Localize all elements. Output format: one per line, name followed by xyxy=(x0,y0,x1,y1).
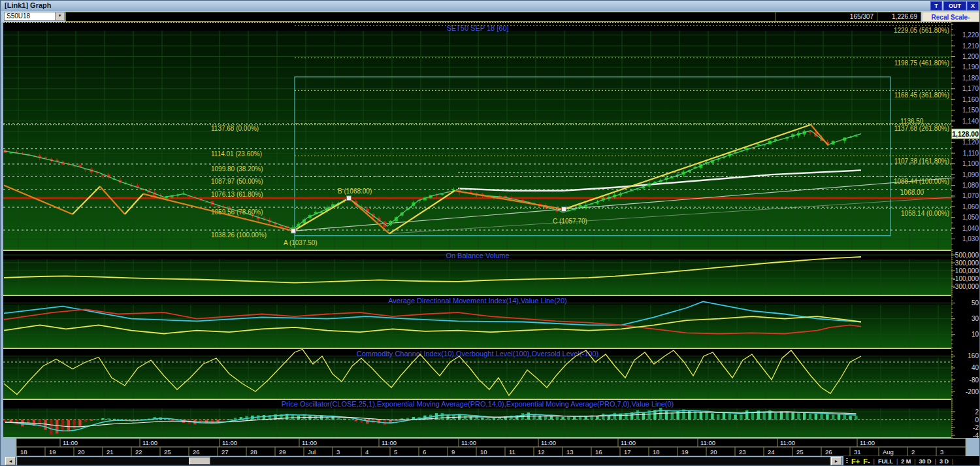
svg-text:Average Directional Movement I: Average Directional Movement Index(14),V… xyxy=(388,297,567,305)
svg-text:2: 2 xyxy=(975,408,979,416)
view-button-f+[interactable]: F+ xyxy=(851,458,860,465)
svg-text:1,100: 1,100 xyxy=(962,160,979,167)
bars-count: 165/307 xyxy=(775,12,877,21)
svg-text:160: 160 xyxy=(968,352,979,359)
swing-marker xyxy=(347,196,351,201)
graph-window: [Link1] Graph T OUT X S50U18 ▼ 165/307 1… xyxy=(0,0,980,466)
toolbar-strip: 165/307 1,226.69 xyxy=(65,12,921,22)
scrollbar-track[interactable] xyxy=(17,457,830,465)
svg-text:500,000: 500,000 xyxy=(955,252,979,259)
date-label: 5 xyxy=(394,448,397,456)
swing-label: B (1068.00) xyxy=(338,188,372,195)
swing-label: C (1057.70) xyxy=(553,218,587,225)
cci-panel[interactable]: Commodity Channel Index(10),Overbought L… xyxy=(3,349,979,399)
view-button-2m[interactable]: 2 M xyxy=(901,458,911,465)
time-label: 11:00 xyxy=(780,439,795,446)
date-label: 25 xyxy=(796,448,804,456)
date-axis-row: 18192021222526272829Jul34569101112131617… xyxy=(16,447,966,456)
view-button-30d[interactable]: 30 D xyxy=(919,458,932,465)
symbol-select[interactable]: S50U18 ▼ xyxy=(4,12,65,21)
svg-text:1,050: 1,050 xyxy=(962,214,979,221)
time-label: 11:00 xyxy=(621,439,636,446)
svg-text:30: 30 xyxy=(972,315,979,322)
toolbar: S50U18 ▼ 165/307 1,226.69 Recal Scale-Li… xyxy=(1,11,979,22)
obv-panel[interactable]: On Balance Volume500,000300,000100,000-1… xyxy=(3,251,979,295)
fib-retracement-label: 1076.13 (61.80%) xyxy=(211,191,263,198)
svg-text:1,150: 1,150 xyxy=(962,107,979,114)
date-label: 29 xyxy=(279,448,286,456)
date-label: 26 xyxy=(193,448,200,456)
date-label: 20 xyxy=(78,448,85,456)
date-label: 12 xyxy=(538,448,545,456)
time-label: 11:00 xyxy=(461,439,476,446)
svg-text:1,160: 1,160 xyxy=(962,96,979,103)
svg-text:1,030: 1,030 xyxy=(962,235,979,242)
date-label: 11 xyxy=(509,448,515,456)
close-button[interactable]: X xyxy=(967,1,979,10)
fib-retracement-label: 1137.68 (0.00%) xyxy=(211,125,259,132)
adx-panel[interactable]: Average Directional Movement Index(14),V… xyxy=(3,296,979,348)
date-label: 6 xyxy=(423,448,426,456)
date-label: 28 xyxy=(250,448,257,456)
scroll-right-button[interactable]: ► xyxy=(831,457,841,465)
svg-text:100,000: 100,000 xyxy=(955,267,979,275)
bottom-bar: ◄ ► F+F-|FULL|2 M|30 D|3 D| xyxy=(1,456,979,466)
svg-text:1,210: 1,210 xyxy=(962,42,979,50)
date-label: 18 xyxy=(653,448,660,456)
svg-text:1,190: 1,190 xyxy=(962,63,979,71)
time-label: 11:00 xyxy=(860,439,875,446)
fib-retracement-label: 1038.26 (100.00%) xyxy=(211,231,267,239)
fib-extension-label: 1058.14 (0.00%) xyxy=(901,210,949,217)
svg-text:1,110: 1,110 xyxy=(963,150,979,157)
scrollbar-thumb[interactable] xyxy=(189,458,210,465)
recal-scale-button[interactable]: Recal Scale-Linear xyxy=(922,12,979,22)
time-label: 11:00 xyxy=(63,439,78,446)
swing-label: A (1037.50) xyxy=(284,239,318,246)
date-label: 2 xyxy=(911,448,915,456)
titlebar[interactable]: [Link1] Graph T OUT X xyxy=(1,1,979,12)
separator: | xyxy=(914,458,915,465)
grip-icon xyxy=(846,458,848,464)
fib-extension-label: 1168.45 (361.80%) xyxy=(894,92,949,99)
svg-text:1,128.00: 1,128.00 xyxy=(952,130,979,138)
chevron-down-icon[interactable]: ▼ xyxy=(55,12,64,20)
view-button-3d[interactable]: 3 D xyxy=(939,458,949,465)
fib-extension-label: 1137.68 (261.80%) xyxy=(894,125,949,132)
svg-text:50: 50 xyxy=(972,299,979,307)
svg-text:1,220: 1,220 xyxy=(962,31,979,39)
date-label: Jul xyxy=(308,448,316,456)
time-label: 11:00 xyxy=(700,439,715,446)
svg-text:0: 0 xyxy=(975,416,979,424)
titlebar-button-t[interactable]: T xyxy=(930,1,942,10)
time-label: 11:00 xyxy=(142,439,157,446)
date-label: 19 xyxy=(681,448,689,456)
scroll-left-button[interactable]: ◄ xyxy=(5,457,16,465)
svg-text:1,200: 1,200 xyxy=(962,53,979,60)
date-label: 9 xyxy=(451,448,455,456)
date-label: 17 xyxy=(624,448,631,456)
view-button-f-[interactable]: F- xyxy=(863,458,870,465)
view-button-full[interactable]: FULL xyxy=(878,458,893,465)
date-label: 19 xyxy=(49,448,56,456)
svg-text:1,180: 1,180 xyxy=(962,75,979,82)
time-label: 11:00 xyxy=(541,439,556,446)
date-label: 3 xyxy=(940,448,943,456)
svg-text:300,000: 300,000 xyxy=(955,259,979,267)
fib-retracement-label: 1114.01 (23.60%) xyxy=(211,150,262,158)
svg-text:-100,000: -100,000 xyxy=(953,275,979,282)
hline-label: 1068.00 xyxy=(900,189,924,196)
fib-retracement-label: 1087.97 (50.00%) xyxy=(211,178,263,185)
symbol-value: S50U18 xyxy=(7,12,30,20)
chart-canvas[interactable]: 1137.68 (0.00%)1114.01 (23.60%)1099.80 (… xyxy=(1,22,980,456)
svg-text:1,040: 1,040 xyxy=(962,225,979,232)
date-label: 20 xyxy=(710,448,717,456)
date-label: 23 xyxy=(739,448,746,456)
titlebar-button-out[interactable]: OUT xyxy=(943,1,966,10)
fib-retracement-label: 1099.80 (38.20%) xyxy=(211,165,263,173)
svg-text:1,080: 1,080 xyxy=(962,182,979,189)
date-label: Aug xyxy=(883,448,894,456)
svg-text:-80: -80 xyxy=(970,376,979,384)
separator: | xyxy=(874,458,875,465)
svg-text:1,060: 1,060 xyxy=(962,203,979,210)
svg-text:On Balance Volume: On Balance Volume xyxy=(446,252,509,259)
